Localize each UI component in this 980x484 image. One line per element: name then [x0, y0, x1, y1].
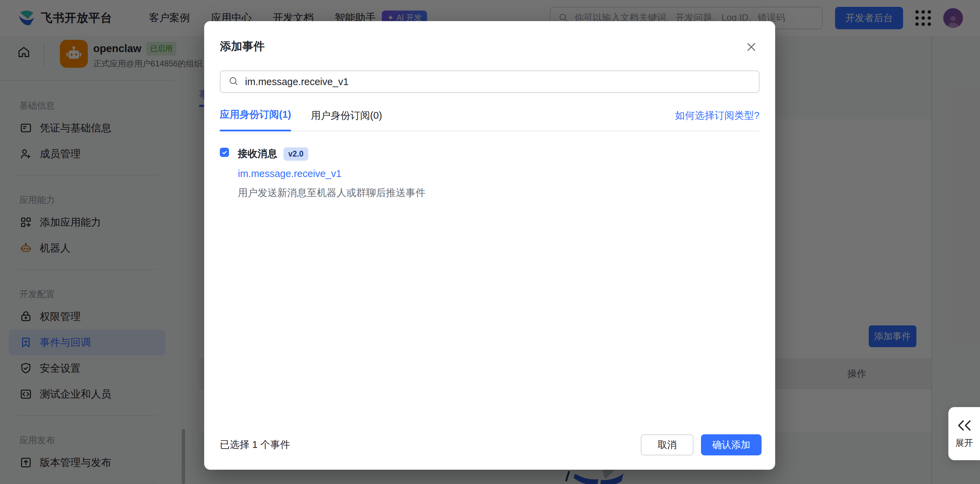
add-event-modal: 添加事件 应用身份订阅(1) 用户身份订阅(0) 如何选择订阅类型? 接收消息 … — [204, 21, 775, 470]
expand-label: 展开 — [956, 437, 973, 449]
subscription-help-link[interactable]: 如何选择订阅类型? — [675, 109, 759, 131]
modal-search-input[interactable] — [244, 76, 751, 88]
selected-count-text: 已选择 1 个事件 — [220, 438, 290, 452]
event-checkbox-checked[interactable] — [220, 148, 229, 157]
collapse-double-chevron-icon — [956, 419, 972, 432]
expand-panel-button[interactable]: 展开 — [948, 407, 980, 460]
modal-footer: 已选择 1 个事件 取消 确认添加 — [220, 434, 762, 455]
event-list-item: 接收消息 v2.0 im.message.receive_v1 用户发送新消息至… — [220, 147, 759, 200]
modal-search[interactable] — [220, 70, 759, 93]
event-version-badge: v2.0 — [283, 147, 308, 161]
cancel-button[interactable]: 取消 — [641, 434, 694, 455]
tab-app-subscription[interactable]: 应用身份订阅(1) — [220, 108, 291, 131]
page: 飞书开放平台 客户案例 应用中心 开发文档 智能助手 ✦AI 开发 开发者后台 — [0, 0, 980, 484]
modal-title: 添加事件 — [220, 21, 759, 54]
tab-user-subscription[interactable]: 用户身份订阅(0) — [311, 109, 382, 131]
event-name: 接收消息 — [238, 147, 277, 161]
confirm-add-button[interactable]: 确认添加 — [701, 434, 762, 455]
event-description: 用户发送新消息至机器人或群聊后推送事件 — [238, 186, 425, 200]
modal-tabs: 应用身份订阅(1) 用户身份订阅(0) 如何选择订阅类型? — [220, 108, 759, 131]
event-code-link[interactable]: im.message.receive_v1 — [238, 168, 425, 179]
close-icon[interactable] — [745, 40, 758, 55]
search-icon — [228, 76, 239, 88]
